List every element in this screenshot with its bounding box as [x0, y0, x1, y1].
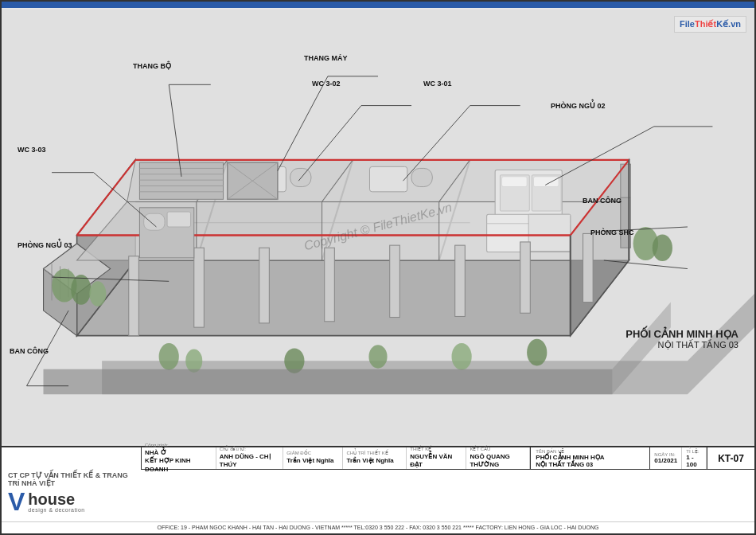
- logo-thiet-text: Thiết: [695, 19, 716, 29]
- filethietke-logo: FileThiếtKế.vn: [674, 16, 746, 33]
- logo-subtitle-text: design & decoration: [28, 507, 84, 513]
- annotation-phong-ngu-03: PHÒNG NGỦ 03: [18, 241, 72, 249]
- drawing-area: FileThiếtKế.vn: [2, 8, 754, 446]
- svg-rect-43: [520, 242, 531, 313]
- svg-rect-33: [534, 177, 559, 187]
- logo-vn-text: .vn: [728, 19, 741, 29]
- svg-rect-44: [583, 233, 594, 302]
- svg-rect-38: [194, 248, 205, 327]
- drawing-title: PHỐI CẢNH MINH HỌA NỘI THẤT TẦNG 03: [625, 328, 738, 350]
- logo-main: V house design & decoration: [8, 489, 85, 514]
- chu-dau-tu-value: ANH DŨNG - CHỊ THÚY: [220, 453, 280, 470]
- house-logo: CT CP TỰ VẤN THIẾT KẾ & TRANG TRÍ NHÀ VI…: [8, 471, 135, 511]
- svg-marker-23: [322, 201, 439, 260]
- svg-marker-74: [44, 369, 613, 395]
- svg-point-51: [653, 234, 672, 261]
- svg-point-53: [185, 349, 202, 372]
- annotation-wc3-03: WC 3-03: [18, 146, 46, 154]
- bottom-table-header: Công trình: NHÀ ỞKẾT HỢP KINH DOANH Chủ …: [141, 447, 754, 470]
- svg-rect-40: [325, 248, 335, 321]
- svg-rect-26: [290, 168, 311, 186]
- giam-doc-cell: GIÁM ĐỐC Trần Việt Nghĩa: [283, 447, 343, 469]
- svg-point-55: [368, 345, 387, 368]
- ti-le-label: TỈ LỆ:: [686, 448, 702, 454]
- ten-ban-ve-box: TÊN BẢN VẼ PHỐI CẢNH MINH HỌA NỘI THẤT T…: [530, 447, 649, 469]
- svg-point-49: [89, 281, 106, 307]
- chu-dau-tu-label: Chủ đầu tư:: [220, 447, 280, 453]
- svg-rect-37: [129, 256, 139, 336]
- svg-rect-28: [411, 168, 432, 186]
- annotation-phong-ngu-02: PHÒNG NGỦ 02: [551, 102, 606, 110]
- svg-rect-27: [369, 166, 407, 192]
- ten-ban-ve-val2: NỘI THẤT TẦNG 03: [536, 461, 645, 468]
- drawing-title-main: PHỐI CẢNH MINH HỌA: [625, 328, 738, 340]
- svg-point-57: [527, 339, 547, 366]
- floor-plan-svg: [2, 8, 754, 446]
- ti-le-cell: TỈ LỆ: 1 - 100: [682, 447, 707, 469]
- thiet-ke-label: THIẾT KẾ: [410, 447, 462, 453]
- logo-file-text: File: [680, 19, 695, 29]
- ngay-value: 01/2021: [654, 457, 677, 464]
- thiet-ke-value: NGUYỄN VĂN ĐẠT: [410, 453, 462, 470]
- ti-le-value: 1 - 100: [686, 454, 702, 468]
- ten-ban-ve-val1: PHỐI CẢNH MINH HỌA: [536, 454, 645, 461]
- ban-ve-number: KT-07: [707, 447, 754, 469]
- drawing-title-sub: NỘI THẤT TẦNG 03: [625, 340, 738, 350]
- svg-rect-32: [502, 177, 528, 187]
- chu-dau-tu-cell: Chủ đầu tư: ANH DŨNG - CHỊ THÚY: [216, 447, 284, 469]
- giam-doc-value: Trần Việt Nghĩa: [286, 457, 339, 465]
- ket-cau-value: NGÔ QUANG THƯỜNG: [470, 453, 526, 470]
- chu-tri-value: Trần Việt Nghĩa: [346, 457, 403, 465]
- svg-rect-41: [390, 245, 400, 317]
- annotation-phong-shc: PHÒNG SHC: [590, 228, 634, 236]
- logo-v-letter: V: [8, 489, 25, 514]
- svg-rect-62: [139, 162, 223, 199]
- logo-house-word: house: [28, 491, 84, 507]
- svg-rect-77: [167, 212, 190, 227]
- date-scale-box: NGÀY IN: 01/2021 TỈ LỆ: 1 - 100: [649, 447, 707, 469]
- annotation-wc3-01: WC 3-01: [423, 80, 452, 88]
- svg-rect-76: [144, 213, 165, 230]
- thiet-ke-cell: THIẾT KẾ NGUYỄN VĂN ĐẠT: [407, 447, 466, 469]
- svg-rect-42: [455, 245, 466, 316]
- top-border: [2, 2, 754, 8]
- cong-trinh-cell: Công trình: NHÀ ỞKẾT HỢP KINH DOANH: [142, 447, 216, 469]
- logo-ke-text: Kế: [716, 19, 728, 29]
- ngay-cell: NGÀY IN: 01/2021: [650, 447, 682, 469]
- svg-marker-2: [77, 260, 629, 336]
- chu-tri-cell: CHỦ TRÌ THIẾT KẾ Trần Việt Nghĩa: [343, 447, 407, 469]
- svg-point-48: [71, 275, 91, 305]
- cong-trinh-label: Công trình:: [145, 443, 212, 449]
- svg-point-56: [451, 343, 471, 370]
- office-address: OFFICE: 19 - PHAM NGOC KHANH - HAI TAN -…: [2, 521, 754, 530]
- ket-cau-cell: KẾT CẤU NGÔ QUANG THƯỜNG: [466, 447, 530, 469]
- main-container: FileThiếtKế.vn: [0, 0, 756, 535]
- annotation-ban-cong-1: BAN CÔNG: [583, 197, 622, 205]
- annotation-wc3-02: WC 3-02: [312, 80, 341, 88]
- annotation-thang-may: THANG MÁY: [304, 54, 348, 62]
- svg-point-52: [159, 343, 179, 370]
- svg-rect-39: [259, 248, 270, 323]
- bottom-bar: Công trình: NHÀ ỞKẾT HỢP KINH DOANH Chủ …: [2, 446, 754, 533]
- annotation-thang-bo: THANG BỘ: [133, 62, 171, 70]
- cong-trinh-value: NHÀ ỞKẾT HỢP KINH DOANH: [145, 449, 212, 474]
- ket-cau-label: KẾT CẤU: [470, 447, 526, 453]
- annotation-ban-cong-2: BAN CÔNG: [10, 347, 49, 355]
- ten-ban-ve-label: TÊN BẢN VẼ: [536, 448, 645, 454]
- company-name: CT CP TỰ VẤN THIẾT KẾ & TRANG TRÍ NHÀ VI…: [8, 471, 135, 487]
- svg-rect-36: [528, 214, 571, 251]
